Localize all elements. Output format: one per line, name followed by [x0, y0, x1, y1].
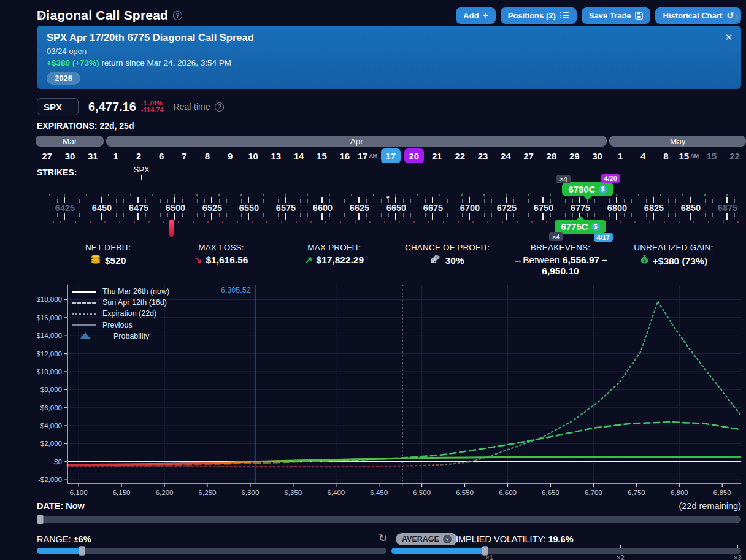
expiration-date-22[interactable]: 22 [723, 148, 746, 163]
reset-range-icon[interactable]: ↻ [379, 532, 387, 545]
dollar-icon: $ [591, 223, 600, 231]
strike-label-6475: 6475 [120, 203, 157, 213]
close-icon[interactable]: ✕ [725, 32, 733, 43]
button-label: Historical Chart [663, 11, 722, 20]
date-slider-handle[interactable] [37, 515, 44, 524]
chevron-down-icon: ▾ [443, 535, 452, 543]
range-slider[interactable] [37, 548, 386, 554]
positions-2-button[interactable]: Positions (2) [501, 7, 577, 24]
strike-ruler[interactable]: 6425645064756500652565506575660066256650… [47, 177, 746, 242]
expiration-date-21[interactable]: 21 [426, 148, 448, 163]
expiration-date-23[interactable]: 23 [471, 148, 494, 163]
expiration-date-27[interactable]: 27 [517, 148, 540, 163]
historical-chart-button[interactable]: Historical Chart↺ [655, 7, 741, 24]
header: Diagonal Call Spread ? Add+Positions (2)… [37, 6, 741, 25]
strike-label-6500: 6500 [157, 203, 194, 213]
range-slider-handle[interactable] [79, 546, 85, 556]
expiration-date-20-selected[interactable]: 20 [404, 148, 424, 163]
button-label: Positions (2) [508, 11, 556, 20]
strike-label-6575: 6575 [267, 203, 304, 213]
change-absolute: -114.74 [141, 107, 164, 113]
svg-text:6,250: 6,250 [199, 489, 217, 496]
iv-slider[interactable]: ×1×2×3 [391, 548, 741, 554]
expiration-date-15[interactable]: 15AM [677, 148, 700, 163]
realtime-help-icon[interactable]: ? [215, 102, 224, 112]
iv-value: 19.6% [548, 534, 573, 544]
svg-text:-$2,000: -$2,000 [38, 476, 62, 483]
strike-labels: 6425645064756500652565506575660066256650… [47, 203, 746, 213]
iv-mode-dropdown[interactable]: AVERAGE▾ [396, 533, 458, 545]
plus-icon: + [483, 10, 488, 20]
svg-text:6,150: 6,150 [113, 489, 131, 496]
solid-swatch-icon [72, 291, 96, 293]
stat-value: $520 [105, 255, 126, 266]
svg-text:$14,000: $14,000 [37, 332, 62, 339]
list-icon [560, 12, 569, 19]
position-banner[interactable]: SPX Apr 17/20th 6775 Diagonal Call Sprea… [37, 26, 741, 89]
strikes-label: STRIKES: [37, 167, 77, 177]
expiration-date-4[interactable]: 4 [632, 148, 655, 163]
strike-label-6750: 6750 [525, 203, 562, 213]
expiration-date-2[interactable]: 2 [127, 148, 150, 163]
expiration-date-17-selected[interactable]: 17 [381, 148, 401, 163]
expiration-date-16[interactable]: 16 [333, 148, 356, 163]
ruler-ticks [47, 213, 746, 217]
leg-badge-6780c[interactable]: 6780C$×44/20 [561, 182, 614, 196]
expiration-date-14[interactable]: 14 [287, 148, 310, 163]
range-label: RANGE: ±6% [37, 534, 91, 544]
expiration-date-31[interactable]: 31 [82, 148, 104, 163]
stat-max-profit: MAX PROFIT:↗$17,822.29 [278, 243, 391, 275]
expiration-date-29[interactable]: 29 [563, 148, 586, 163]
ticker-row: 6,477.16 -1.74% -114.74 Real-time? [37, 97, 224, 117]
date-slider[interactable] [37, 516, 741, 523]
svg-text:$: $ [643, 258, 645, 263]
save-trade-button[interactable]: Save Trade [582, 7, 651, 24]
expiration-date-9[interactable]: 9 [219, 148, 242, 163]
arrow-loss-icon: ↘ [194, 255, 202, 266]
stats-next-button[interactable]: › [734, 9, 739, 25]
page-title: Diagonal Call Spread [37, 8, 168, 23]
leg-badge-6775c[interactable]: 6775C$×44/17 [554, 220, 607, 234]
leg-quantity-badge: ×4 [549, 232, 563, 241]
payoff-chart[interactable]: 6,305.52$18,000$16,000$14,000$12,000$10,… [37, 282, 741, 497]
date-value: Now [66, 501, 85, 511]
svg-text:$16,000: $16,000 [37, 314, 62, 321]
expiration-date-24[interactable]: 24 [494, 148, 517, 163]
expiration-date-1[interactable]: 1 [609, 148, 631, 163]
expiration-date-1[interactable]: 1 [104, 148, 127, 163]
history-icon: ↺ [726, 10, 734, 20]
expiration-date-28[interactable]: 28 [540, 148, 563, 163]
expiration-date-8[interactable]: 8 [655, 148, 677, 163]
previous-swatch-icon [72, 324, 96, 326]
expiration-date-30[interactable]: 30 [586, 148, 609, 163]
add-button[interactable]: Add+ [456, 7, 495, 24]
iv-scale-tick [620, 545, 621, 548]
implied-volatility-label: IMPLIED VOLATILITY: 19.6% [456, 534, 574, 544]
expiration-date-15[interactable]: 15 [310, 148, 333, 163]
stats-prev-button[interactable]: ‹ [39, 9, 44, 25]
expiration-date-15[interactable]: 15 [700, 148, 723, 163]
strike-label-6725: 6725 [488, 203, 525, 213]
feed-status: Real-time? [174, 102, 225, 112]
symbol-input[interactable] [37, 98, 79, 115]
expiration-date-7[interactable]: 7 [173, 148, 196, 163]
expiration-date-30[interactable]: 30 [58, 148, 81, 163]
coins-icon [90, 255, 101, 266]
stat-chance-of-profit: CHANCE OF PROFIT:30% [391, 243, 504, 275]
dashed-swatch-icon [72, 302, 96, 304]
ruler-volume-marks [47, 221, 746, 223]
expiration-date-10[interactable]: 10 [242, 148, 264, 163]
expiration-date-13[interactable]: 13 [264, 148, 287, 163]
strategy-help-icon[interactable]: ? [173, 11, 182, 20]
svg-text:6,650: 6,650 [542, 489, 560, 496]
expiration-date-22[interactable]: 22 [448, 148, 471, 163]
expiration-date-8[interactable]: 8 [196, 148, 218, 163]
expirations-value: 22d, 25d [99, 121, 134, 131]
stat-net-debit: NET DEBIT:$520 [52, 243, 164, 275]
iv-scale-label: ×1 [485, 554, 493, 560]
leg-quantity-badge: ×4 [556, 175, 571, 183]
year-tag[interactable]: 2026 [47, 72, 80, 85]
expiration-date-6[interactable]: 6 [150, 148, 173, 163]
expiration-date-27[interactable]: 27 [36, 148, 58, 163]
expiration-date-17[interactable]: 17AM [356, 148, 379, 163]
